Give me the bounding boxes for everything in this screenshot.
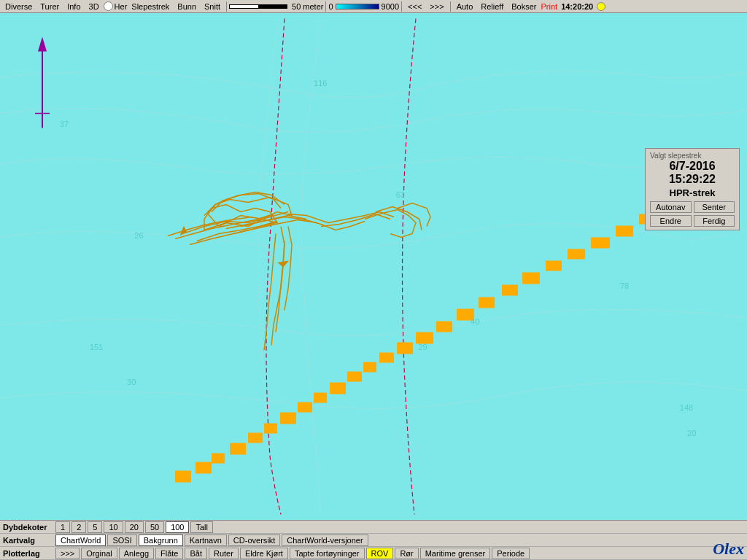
- plotterlag-ror[interactable]: Rør: [395, 548, 418, 559]
- plotterlag-orginal[interactable]: Orginal: [81, 548, 117, 559]
- toolbar-btn-nav-prev[interactable]: <<<: [404, 1, 425, 12]
- plotterlag-maritime-grenser[interactable]: Maritime grenser: [420, 548, 491, 559]
- map-area[interactable]: 37 26 151 63 29 40 78 116 148 30 20 Valg…: [0, 13, 747, 520]
- svg-rect-8: [314, 393, 327, 403]
- depth-label-26: 26: [134, 231, 143, 240]
- bottom-bar: Dybdekoter 1 2 5 10 20 50 100 Tall Kartv…: [0, 520, 747, 560]
- kartvalg-chartworld[interactable]: ChartWorld: [55, 534, 106, 546]
- svg-rect-10: [347, 372, 362, 382]
- depth-label-30a: 30: [127, 378, 136, 386]
- dybdekoter-100[interactable]: 100: [166, 521, 189, 533]
- toolbar-btn-nav-next[interactable]: >>>: [426, 1, 447, 12]
- svg-rect-18: [502, 285, 518, 296]
- sep1: [226, 1, 227, 12]
- depth-min: 0: [328, 2, 333, 11]
- svg-rect-21: [568, 249, 585, 260]
- info-time: 15:29:22: [650, 173, 735, 186]
- depth-max: 9000: [382, 2, 399, 11]
- info-btn-autonav[interactable]: Autonav: [650, 201, 692, 213]
- svg-rect-4: [248, 433, 263, 443]
- plotterlag-rov[interactable]: ROV: [366, 548, 394, 559]
- toolbar-btn-turer[interactable]: Turer: [36, 1, 63, 12]
- plotterlag-prev[interactable]: >>>: [55, 548, 80, 559]
- depth-scale: 0 9000: [328, 2, 399, 11]
- dybdekoter-1[interactable]: 1: [55, 521, 70, 533]
- toolbar-btn-print[interactable]: Print: [541, 2, 558, 11]
- info-btn-ferdig[interactable]: Ferdig: [694, 215, 735, 227]
- toolbar-btn-diverse[interactable]: Diverse: [1, 1, 36, 12]
- plotterlag-periode[interactable]: Periode: [492, 548, 530, 559]
- toolbar-label-her: Her: [115, 2, 128, 11]
- plotterlag-tapte-fortoyninger[interactable]: Tapte fortøyninger: [290, 548, 365, 559]
- toolbar-btn-slepestrek[interactable]: Slepestrek: [128, 1, 173, 12]
- plotterlag-ruter[interactable]: Ruter: [209, 548, 239, 559]
- plotterlag-flate[interactable]: Flåte: [155, 548, 183, 559]
- radio-her[interactable]: [104, 1, 113, 11]
- depth-label-78: 78: [620, 281, 629, 290]
- kartvalg-label: Kartvalg: [3, 536, 54, 545]
- dybdekoter-20[interactable]: 20: [125, 521, 144, 533]
- svg-rect-15: [436, 322, 452, 332]
- depth-label-116: 116: [314, 79, 327, 88]
- sep2: [325, 1, 326, 12]
- toolbar-time: 14:20:20: [561, 2, 593, 11]
- plotterlag-eldre-kjort[interactable]: Eldre Kjørt: [240, 548, 288, 559]
- toolbar-btn-relieff[interactable]: Relieff: [477, 1, 507, 12]
- status-indicator: [597, 2, 605, 11]
- scale-bar-area: 50 meter: [229, 2, 323, 11]
- kartvalg-kartnavn[interactable]: Kartnavn: [185, 534, 227, 546]
- svg-rect-19: [522, 273, 540, 284]
- sep3: [401, 1, 402, 12]
- depth-label-40: 40: [471, 317, 479, 326]
- plotterlag-label: Plotterlag: [3, 549, 54, 558]
- depth-label-151: 151: [90, 343, 103, 351]
- scale-label: 50 meter: [292, 2, 323, 11]
- toolbar-btn-bunn[interactable]: Bunn: [174, 1, 200, 12]
- svg-rect-5: [264, 424, 277, 434]
- svg-rect-17: [479, 298, 495, 308]
- svg-rect-6: [280, 413, 296, 424]
- info-btn-endre[interactable]: Endre: [650, 215, 692, 227]
- depth-label-29: 29: [418, 343, 427, 351]
- svg-rect-3: [230, 443, 246, 455]
- depth-label-63: 63: [396, 190, 405, 199]
- toolbar-btn-info[interactable]: Info: [63, 1, 84, 12]
- svg-rect-9: [330, 383, 346, 394]
- plotterlag-bat[interactable]: Båt: [185, 548, 207, 559]
- kartvalg-sosi[interactable]: SOSI: [107, 534, 136, 546]
- olex-logo: Olex: [713, 540, 744, 559]
- kartvalg-chartworld-versjoner[interactable]: ChartWorld-versjoner: [282, 534, 368, 546]
- info-type: HPR-strek: [650, 187, 735, 198]
- toolbar-btn-auto[interactable]: Auto: [453, 1, 477, 12]
- dybdekoter-row: Dybdekoter 1 2 5 10 20 50 100 Tall: [0, 521, 747, 534]
- svg-rect-22: [591, 238, 610, 249]
- svg-rect-23: [616, 226, 633, 237]
- plotterlag-row: Plotterlag >>> Orginal Anlegg Flåte Båt …: [0, 547, 747, 560]
- toolbar-btn-snitt[interactable]: Snitt: [201, 1, 224, 12]
- dybdekoter-50[interactable]: 50: [145, 521, 164, 533]
- north-arrow: [35, 37, 50, 128]
- svg-rect-1: [196, 462, 212, 474]
- svg-rect-20: [546, 261, 562, 271]
- depth-label-30b: 20: [687, 429, 696, 438]
- plotterlag-anlegg[interactable]: Anlegg: [119, 548, 154, 559]
- depth-label-148: 148: [680, 403, 693, 412]
- dybdekoter-label: Dybdekoter: [3, 523, 54, 532]
- dybdekoter-2[interactable]: 2: [71, 521, 86, 533]
- svg-rect-12: [379, 353, 394, 363]
- dybdekoter-5[interactable]: 5: [88, 521, 102, 533]
- toolbar-btn-3d[interactable]: 3D: [85, 1, 103, 12]
- svg-rect-0: [175, 471, 191, 483]
- sep4: [450, 1, 451, 12]
- kartvalg-bakgrunn[interactable]: Bakgrunn: [139, 534, 183, 546]
- dybdekoter-10[interactable]: 10: [104, 521, 123, 533]
- svg-rect-7: [298, 402, 312, 413]
- toolbar-btn-bokser[interactable]: Bokser: [508, 1, 540, 12]
- scale-bar: [229, 4, 287, 9]
- info-panel: Valgt slepestrek 6/7-2016 15:29:22 HPR-s…: [645, 148, 740, 230]
- kartvalg-row: Kartvalg ChartWorld SOSI Bakgrunn Kartna…: [0, 534, 747, 547]
- svg-rect-2: [212, 454, 225, 464]
- dybdekoter-tall[interactable]: Tall: [190, 521, 213, 533]
- info-btn-senter[interactable]: Senter: [694, 201, 735, 213]
- kartvalg-cd-oversikt[interactable]: CD-oversikt: [228, 534, 280, 546]
